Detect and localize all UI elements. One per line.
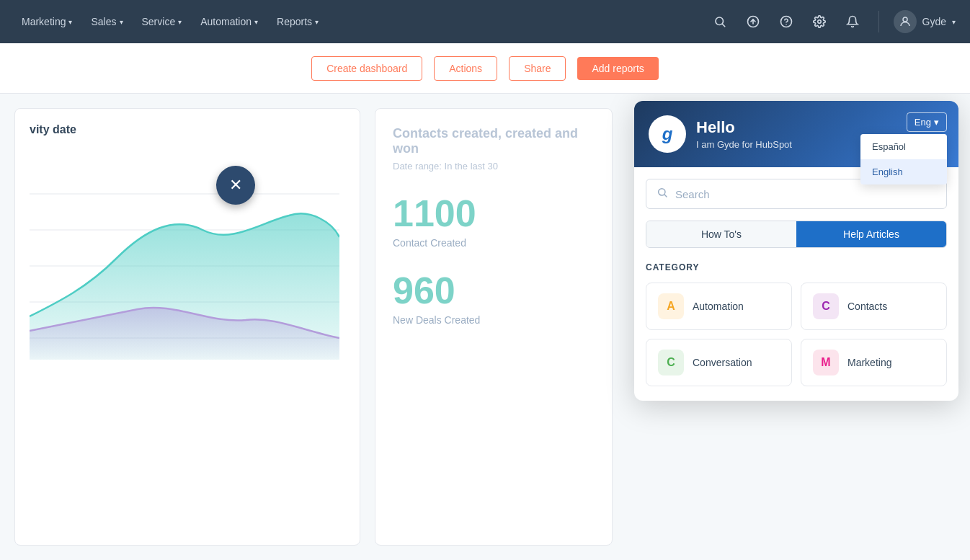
contacts-card: Contacts created, created and won Date r… [375, 108, 613, 546]
nav-item-sales[interactable]: Sales ▾ [84, 12, 130, 32]
automation-icon: A [658, 293, 684, 319]
create-dashboard-button[interactable]: Create dashboard [311, 56, 422, 81]
settings-icon-btn[interactable] [808, 10, 831, 33]
lang-option-english[interactable]: English [860, 159, 947, 185]
category-marketing[interactable]: M Marketing [801, 339, 947, 386]
gyde-body: How To's Help Articles CATEGORY A Automa… [634, 167, 958, 401]
upload-icon-btn[interactable] [742, 10, 765, 33]
gyde-panel: g Hello I am Gyde for HubSpot Eng ▾ Espa… [634, 101, 958, 401]
marketing-label: Marketing [847, 357, 891, 368]
activity-card: vity date [14, 108, 360, 546]
tabs-row: How To's Help Articles [646, 221, 947, 248]
contact-created-label: Contact Created [393, 237, 595, 249]
svg-line-1 [722, 24, 724, 26]
chevron-down-icon: ▾ [178, 18, 182, 26]
gyde-avatar: g [649, 115, 686, 153]
lang-option-espanol[interactable]: Español [860, 134, 947, 159]
chevron-down-icon: ▾ [120, 18, 123, 26]
avatar [894, 10, 917, 33]
conversation-label: Conversation [693, 357, 752, 368]
date-range-label: Date range: In the last 30 [393, 161, 595, 172]
nav-item-marketing[interactable]: Marketing ▾ [14, 12, 79, 32]
chevron-down-icon: ▾ [254, 18, 258, 26]
nav-right-actions: Gyde ▾ [708, 10, 956, 33]
automation-label: Automation [693, 301, 744, 312]
category-automation[interactable]: A Automation [646, 283, 792, 330]
toolbar: Create dashboard Actions Share Add repor… [0, 43, 970, 94]
nav-item-automation[interactable]: Automation ▾ [193, 12, 265, 32]
nav-item-service[interactable]: Service ▾ [135, 12, 190, 32]
username-label: Gyde [922, 16, 946, 27]
user-menu[interactable]: Gyde ▾ [894, 10, 956, 33]
nav-divider [878, 11, 879, 32]
category-grid: A Automation C Contacts C Conversation M… [646, 283, 947, 386]
search-icon [657, 187, 668, 201]
user-chevron-icon: ▾ [952, 18, 956, 26]
marketing-icon: M [813, 350, 839, 375]
category-contacts[interactable]: C Contacts [801, 283, 947, 330]
help-icon-btn[interactable] [775, 10, 798, 33]
language-dropdown-button[interactable]: Eng ▾ [907, 112, 947, 132]
contacts-icon: C [813, 293, 839, 319]
nav-item-reports[interactable]: Reports ▾ [270, 12, 326, 32]
category-conversation[interactable]: C Conversation [646, 339, 792, 386]
new-deals-label: New Deals Created [393, 314, 595, 326]
svg-point-6 [817, 20, 821, 24]
conversation-icon: C [658, 350, 684, 375]
category-section-label: CATEGORY [646, 262, 947, 272]
activity-chart [30, 158, 345, 363]
chevron-down-icon: ▾ [315, 18, 319, 26]
actions-button[interactable]: Actions [434, 56, 497, 81]
chevron-down-icon: ▾ [68, 18, 72, 26]
navbar: Marketing ▾ Sales ▾ Service ▾ Automation… [0, 0, 970, 43]
language-dropdown: Eng ▾ Español English [907, 112, 947, 132]
add-reports-button[interactable]: Add reports [577, 57, 658, 80]
contacts-label: Contacts [847, 301, 887, 312]
activity-card-title: vity date [30, 123, 345, 136]
search-icon-btn[interactable] [708, 10, 731, 33]
contacts-card-title: Contacts created, created and won [393, 126, 595, 156]
tab-how-tos[interactable]: How To's [646, 221, 796, 247]
search-input[interactable] [675, 188, 936, 200]
svg-point-7 [903, 17, 907, 22]
gyde-subtitle: I am Gyde for HubSpot [696, 139, 792, 150]
gyde-header: g Hello I am Gyde for HubSpot Eng ▾ Espa… [634, 101, 958, 167]
close-icon: ✕ [229, 176, 242, 195]
gyde-greeting: Hello [696, 118, 792, 137]
new-deals-number: 960 [393, 270, 595, 311]
main-content: vity date [0, 94, 970, 560]
nav-menu: Marketing ▾ Sales ▾ Service ▾ Automation… [14, 12, 326, 32]
gyde-identity: Hello I am Gyde for HubSpot [696, 118, 792, 149]
close-gyde-button[interactable]: ✕ [216, 166, 255, 205]
chevron-down-icon: ▾ [934, 117, 939, 128]
language-menu: Español English [860, 134, 947, 185]
tab-help-articles[interactable]: Help Articles [796, 221, 946, 247]
contact-created-number: 1100 [393, 193, 595, 234]
svg-line-14 [664, 195, 667, 197]
share-button[interactable]: Share [509, 56, 566, 81]
bell-icon-btn[interactable] [841, 10, 864, 33]
